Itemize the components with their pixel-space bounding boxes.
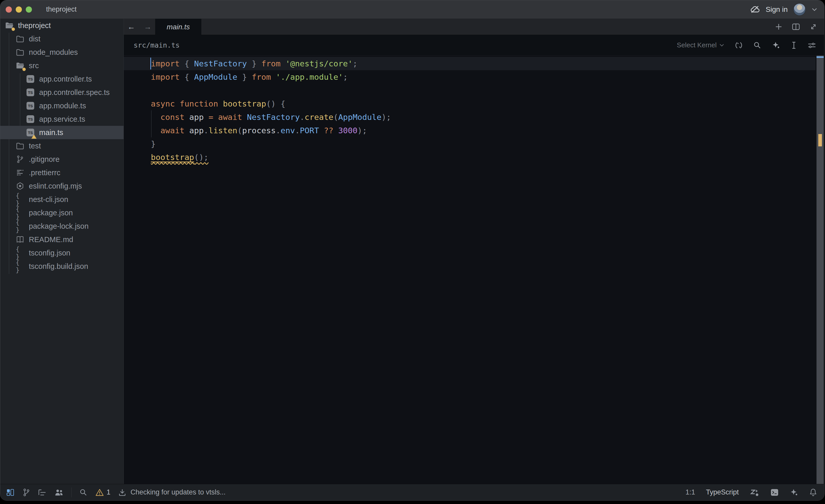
- code-token: ();: [194, 153, 209, 162]
- code-token: (: [237, 126, 242, 135]
- tree-item-package-lock-json[interactable]: { }package-lock.json: [0, 220, 124, 233]
- inline-assist-sparkle-icon[interactable]: [772, 41, 780, 50]
- code-token: AppModule: [338, 112, 381, 122]
- notifications-bell-icon[interactable]: [809, 488, 817, 497]
- select-kernel-button[interactable]: Select Kernel: [677, 41, 724, 49]
- navigate-back-button[interactable]: ←: [128, 23, 135, 30]
- editor-scrollbar[interactable]: [817, 56, 824, 484]
- code-token: PORT: [300, 126, 319, 135]
- assistant-sparkle-icon[interactable]: [790, 488, 799, 497]
- folder-icon: [16, 34, 24, 43]
- code-token: NestFactory: [194, 59, 247, 68]
- code-token: async function: [151, 99, 223, 108]
- cursor-position[interactable]: 1:1: [685, 488, 695, 496]
- code-token: ;: [343, 72, 348, 82]
- scrollbar-cursor-marker: [817, 56, 824, 58]
- code-token: bootstrap: [151, 153, 194, 162]
- navigate-forward-button[interactable]: →: [144, 23, 152, 30]
- language-selector[interactable]: TypeScript: [706, 488, 739, 496]
- code-token: {: [184, 59, 194, 68]
- expand-panes-icon[interactable]: [809, 23, 818, 31]
- tree-item-label: nest-cli.json: [29, 195, 68, 204]
- code-line-1[interactable]: import { NestFactory } from '@nestjs/cor…: [124, 57, 816, 70]
- code-line-8[interactable]: bootstrap();: [124, 151, 816, 164]
- code-token: NestFactory: [247, 112, 300, 122]
- collaboration-panel-icon[interactable]: [54, 488, 64, 497]
- tree-item-app-controller-ts[interactable]: TSapp.controller.ts: [0, 72, 124, 86]
- tree-item-nest-cli-json[interactable]: { }nest-cli.json: [0, 193, 124, 206]
- close-window-button[interactable]: [6, 6, 12, 13]
- code-token: '@nestjs/core': [286, 59, 353, 68]
- folder-icon: [16, 48, 24, 57]
- status-message: Checking for updates to vtsls...: [131, 488, 225, 496]
- repl-icon[interactable]: [735, 41, 743, 50]
- git-panel-icon[interactable]: [22, 488, 30, 497]
- terminal-panel-icon[interactable]: [770, 488, 779, 497]
- text-cursor-icon[interactable]: [791, 41, 797, 50]
- tree-item--prettierrc[interactable]: .prettierrc: [0, 166, 124, 179]
- edit-prediction-zeta-icon[interactable]: [750, 488, 759, 497]
- tree-item-main-ts[interactable]: TSmain.ts: [0, 126, 124, 139]
- outline-panel-icon[interactable]: [38, 489, 47, 496]
- new-tab-plus-icon[interactable]: [775, 23, 782, 30]
- scrollbar-warning-marker: [818, 134, 822, 146]
- code-token: .: [276, 126, 281, 135]
- typescript-icon: TS: [26, 128, 35, 137]
- update-status: Checking for updates to vtsls...: [118, 488, 225, 497]
- tree-item-node-modules[interactable]: node_modules: [0, 46, 124, 59]
- code-token: from: [261, 59, 285, 68]
- tree-item-src[interactable]: src: [0, 59, 124, 72]
- folder-open-icon: [16, 61, 24, 70]
- tree-item-app-service-ts[interactable]: TSapp.service.ts: [0, 112, 124, 126]
- folder-open-icon: [5, 21, 14, 30]
- code-line-5[interactable]: const app = await NestFactory.create(App…: [124, 110, 816, 124]
- tree-item-app-module-ts[interactable]: TSapp.module.ts: [0, 99, 124, 112]
- tree-item-label: main.ts: [39, 129, 63, 137]
- code-token: .: [295, 126, 300, 135]
- editor-controls-sliders-icon[interactable]: [807, 41, 817, 50]
- zoom-window-button[interactable]: [26, 6, 32, 13]
- code-token: bootstrap: [223, 99, 266, 108]
- tree-item--gitignore[interactable]: .gitignore: [0, 153, 124, 166]
- sign-in-button[interactable]: Sign in: [765, 5, 788, 14]
- code-line-2[interactable]: import { AppModule } from './app.module'…: [124, 70, 816, 84]
- code-token: const: [151, 112, 189, 122]
- file-tree: theprojectdistnode_modulessrcTSapp.contr…: [0, 19, 124, 273]
- tree-item-app-controller-spec-ts[interactable]: TSapp.controller.spec.ts: [0, 86, 124, 99]
- project-search-icon[interactable]: [79, 488, 87, 497]
- project-panel-toggle-icon[interactable]: [6, 488, 15, 497]
- folder-icon: [16, 142, 24, 150]
- code-line-7[interactable]: }: [124, 137, 816, 151]
- tree-item-package-json[interactable]: { }package.json: [0, 206, 124, 220]
- status-bar: 1 Checking for updates to vtsls... 1:1 T…: [0, 484, 824, 500]
- warning-triangle-icon: [95, 488, 104, 497]
- scrollbar-thumb[interactable]: [817, 56, 824, 484]
- code-line-4[interactable]: async function bootstrap() {: [124, 97, 816, 110]
- tree-item-readme-md[interactable]: README.md: [0, 233, 124, 246]
- code-line-6[interactable]: await app.listen(process.env.PORT ?? 300…: [124, 124, 816, 137]
- tab-main-ts[interactable]: main.ts: [155, 19, 201, 35]
- tree-item-label: eslint.config.mjs: [29, 182, 82, 190]
- tree-item-test[interactable]: test: [0, 139, 124, 153]
- json-icon: { }: [16, 249, 24, 257]
- book-icon: [16, 235, 24, 244]
- breadcrumb[interactable]: src/main.ts: [134, 41, 180, 49]
- text-caret: [150, 58, 151, 70]
- search-icon[interactable]: [753, 41, 761, 50]
- chevron-down-icon[interactable]: [811, 8, 818, 11]
- diagnostics-indicator[interactable]: 1: [95, 488, 110, 497]
- editor[interactable]: import { NestFactory } from '@nestjs/cor…: [124, 56, 824, 484]
- minimize-window-button[interactable]: [16, 6, 22, 13]
- split-pane-icon[interactable]: [792, 23, 800, 30]
- tree-item-eslint-config-mjs[interactable]: eslint.config.mjs: [0, 179, 124, 193]
- code-line-3[interactable]: [124, 84, 816, 97]
- tree-item-theproject[interactable]: theproject: [0, 19, 124, 32]
- tree-item-label: app.controller.spec.ts: [39, 88, 110, 97]
- code-token: app: [189, 126, 204, 135]
- avatar[interactable]: [793, 3, 806, 16]
- tree-item-dist[interactable]: dist: [0, 32, 124, 46]
- code-token: .: [204, 126, 209, 135]
- git-modified-dot: [12, 27, 15, 31]
- tree-item-tsconfig-json[interactable]: { }tsconfig.json: [0, 246, 124, 260]
- tree-item-tsconfig-build-json[interactable]: { }tsconfig.build.json: [0, 260, 124, 273]
